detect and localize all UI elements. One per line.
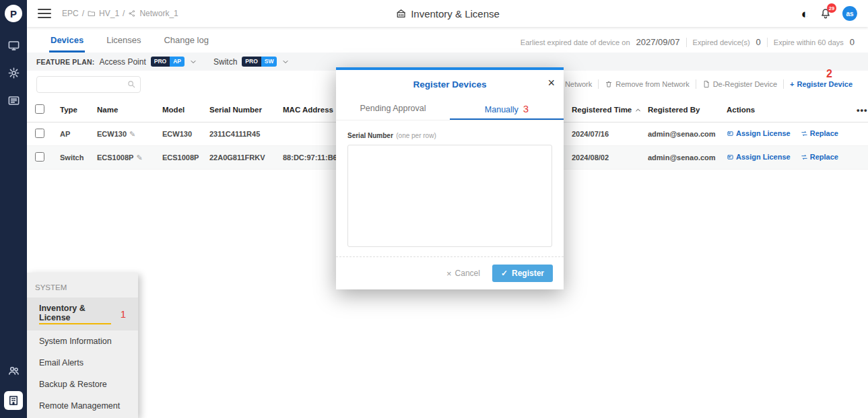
row-checkbox[interactable] — [35, 152, 44, 162]
badge-pro: PRO — [151, 57, 170, 67]
edit-name-icon[interactable]: ✎ — [136, 153, 142, 162]
user-avatar[interactable]: as — [842, 6, 857, 21]
tab-licenses[interactable]: Licenses — [105, 27, 142, 53]
device-name: ECS1008P — [97, 153, 133, 162]
device-name: ECW130 — [97, 130, 127, 138]
document-icon — [702, 80, 710, 88]
users-icon[interactable] — [7, 364, 20, 377]
cell-serial: 2311C4111R45 — [207, 123, 280, 146]
deregister-device-label: De-Register Device — [713, 80, 777, 88]
sidebar-bottom-group — [4, 357, 23, 418]
badge-ap: AP — [170, 57, 185, 67]
toolbar-separator — [696, 79, 696, 89]
license-icon — [727, 153, 734, 161]
register-device-label: Register Device — [797, 80, 853, 88]
register-device-button[interactable]: 2 + Register Device — [790, 80, 853, 88]
cell-registered-time: 2024/07/16 — [569, 123, 645, 146]
menu-item-email-alerts[interactable]: Email Alerts — [27, 352, 138, 374]
annotation-2: 2 — [826, 69, 832, 79]
assign-license-link[interactable]: Assign License — [727, 129, 791, 137]
register-label: Register — [512, 269, 544, 278]
expired-devices-count: 0 — [756, 37, 761, 47]
breadcrumb-root[interactable]: EPC — [62, 9, 79, 18]
app-logo[interactable]: P — [5, 5, 22, 22]
pro-sw-badge: PRO SW — [242, 57, 277, 67]
tab-manually[interactable]: Manually3 — [450, 98, 564, 120]
sort-ascending-icon — [634, 106, 642, 114]
chevron-down-icon[interactable] — [189, 58, 197, 66]
menu-item-remote-management[interactable]: Remote Management — [27, 395, 138, 417]
tab-bar: Devices Licenses Change log Earliest exp… — [27, 27, 868, 53]
row-checkbox[interactable] — [35, 129, 44, 138]
replace-link[interactable]: Replace — [801, 153, 838, 161]
plus-icon: + — [790, 80, 794, 88]
column-serial[interactable]: Serial Number — [207, 98, 280, 123]
breadcrumb-network[interactable]: Network_1 — [139, 9, 178, 18]
feature-plan-sw-name: Switch — [213, 57, 237, 67]
tab-change-log[interactable]: Change log — [162, 27, 210, 53]
column-registered-time[interactable]: Registered Time — [569, 98, 645, 123]
cancel-x-icon: × — [446, 269, 452, 279]
tab-manually-label: Manually — [485, 105, 519, 114]
system-menu-icon-active[interactable] — [4, 391, 23, 410]
remove-from-network-button[interactable]: Remove from Network — [605, 80, 689, 88]
edit-name-icon[interactable]: ✎ — [129, 130, 135, 138]
cell-actions: Assign License Replace — [724, 123, 854, 146]
cell-model: ECW130 — [160, 123, 207, 146]
replace-link[interactable]: Replace — [801, 129, 838, 137]
divider — [686, 38, 687, 47]
breadcrumb: EPC / HV_1 / Network_1 — [62, 9, 178, 18]
tab-devices[interactable]: Devices — [49, 27, 85, 53]
breadcrumb-separator: / — [82, 9, 84, 18]
cancel-button[interactable]: × Cancel — [446, 269, 480, 279]
more-options-icon[interactable]: ••• — [857, 105, 868, 115]
trash-icon — [605, 80, 613, 88]
hamburger-menu-icon[interactable] — [38, 9, 51, 18]
register-button[interactable]: ✓ Register — [492, 265, 553, 282]
cell-registered-time: 2024/08/02 — [569, 146, 645, 170]
annotation-3: 3 — [523, 103, 529, 114]
cell-serial: 22A0G811FRKV — [207, 146, 280, 170]
cell-registered-by: admin@senao.com — [645, 123, 724, 146]
badge-pro: PRO — [242, 57, 261, 67]
dark-mode-toggle-icon[interactable]: ◐ — [801, 7, 809, 20]
assign-license-label: Assign License — [736, 129, 791, 137]
search-icon — [127, 79, 136, 89]
serial-number-textarea[interactable] — [347, 145, 552, 247]
top-header: EPC / HV_1 / Network_1 Inventory & Licen… — [27, 0, 868, 27]
cancel-label: Cancel — [455, 269, 480, 278]
cell-type: Switch — [57, 146, 94, 170]
column-type[interactable]: Type — [57, 98, 94, 123]
search-input[interactable] — [36, 76, 141, 93]
notifications-bell-icon[interactable]: 29 — [820, 7, 832, 20]
assign-license-link[interactable]: Assign License — [727, 153, 791, 161]
app-logo-letter: P — [10, 8, 17, 20]
replace-label: Replace — [810, 153, 838, 161]
check-icon: ✓ — [501, 269, 508, 278]
column-model[interactable]: Model — [160, 98, 207, 123]
system-menu-heading: SYSTEM — [27, 273, 138, 298]
column-name[interactable]: Name — [94, 98, 160, 123]
select-all-checkbox[interactable] — [35, 104, 44, 114]
divider — [767, 38, 768, 47]
cell-name: ECW130✎ — [94, 123, 160, 146]
organization-building-icon — [395, 8, 406, 19]
feature-plan-ap-name: Access Point — [99, 57, 145, 67]
license-card-icon[interactable] — [7, 94, 20, 107]
chevron-down-icon[interactable] — [281, 58, 290, 66]
tab-pending-approval[interactable]: Pending Approval — [336, 98, 450, 120]
remove-from-network-label: Remove from Network — [615, 80, 689, 88]
serial-number-hint: (one per row) — [396, 132, 436, 139]
cell-model: ECS1008P — [160, 146, 207, 170]
menu-item-backup-restore[interactable]: Backup & Restore — [27, 374, 138, 395]
breadcrumb-org[interactable]: HV_1 — [99, 9, 119, 18]
column-registered-by[interactable]: Registered By — [645, 98, 724, 123]
monitor-icon[interactable] — [7, 39, 20, 52]
registered-time-label: Registered Time — [572, 106, 632, 114]
menu-item-system-information[interactable]: System Information — [27, 330, 138, 352]
menu-item-inventory-license[interactable]: Inventory & License 1 — [27, 298, 138, 330]
deregister-device-button[interactable]: De-Register Device — [702, 80, 777, 88]
close-icon[interactable]: × — [547, 77, 555, 89]
earliest-expired-date: 2027/09/07 — [636, 37, 680, 47]
gear-icon[interactable] — [7, 67, 20, 79]
